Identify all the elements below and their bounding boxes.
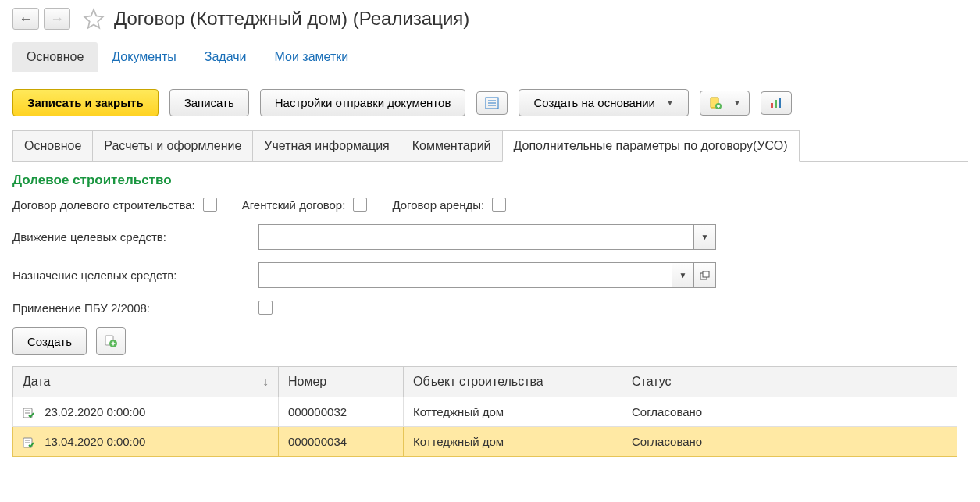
target-movement-label: Движение целевых средств: xyxy=(12,230,251,244)
chevron-down-icon: ▼ xyxy=(666,98,674,107)
forward-button[interactable]: → xyxy=(44,8,70,30)
form-tab-main[interactable]: Основное xyxy=(12,130,93,161)
col-status[interactable]: Статус xyxy=(622,367,957,397)
cell-number: 000000032 xyxy=(279,397,404,427)
pbu-row: Применение ПБУ 2/2008: xyxy=(12,301,968,315)
document-posted-icon xyxy=(23,437,35,448)
sub-toolbar: Создать xyxy=(12,327,968,355)
cell-date: 23.02.2020 0:00:00 xyxy=(45,405,145,418)
sort-down-icon: ↓ xyxy=(262,375,269,389)
svg-rect-10 xyxy=(703,271,709,277)
rent-contract-checkbox[interactable] xyxy=(492,198,506,212)
cell-status: Согласовано xyxy=(622,397,957,427)
target-purpose-dropdown[interactable]: ▼ xyxy=(672,262,694,288)
list-view-button[interactable] xyxy=(476,91,508,115)
target-purpose-input[interactable] xyxy=(258,262,672,288)
nav-tab-notes[interactable]: Мои заметки xyxy=(261,42,363,72)
svg-rect-8 xyxy=(779,98,781,108)
copy-add-icon xyxy=(104,334,118,348)
attach-button[interactable]: ▼ xyxy=(700,91,750,116)
nav-tabs: Основное Документы Задачи Мои заметки xyxy=(12,42,968,72)
cell-date: 13.04.2020 0:00:00 xyxy=(45,435,145,448)
agent-contract-checkbox[interactable] xyxy=(353,198,367,212)
chevron-down-icon: ▼ xyxy=(733,98,741,107)
nav-tab-tasks[interactable]: Задачи xyxy=(191,42,261,72)
create-based-on-button[interactable]: Создать на основании ▼ xyxy=(519,89,689,116)
target-purpose-row: Назначение целевых средств: ▼ xyxy=(12,262,968,288)
table-header-row: Дата↓ Номер Объект строительства Статус xyxy=(13,367,957,397)
shared-construction-checkbox[interactable] xyxy=(203,198,217,212)
create-based-on-label: Создать на основании xyxy=(533,96,655,109)
send-settings-button[interactable]: Настройки отправки документов xyxy=(260,89,466,116)
attachment-icon xyxy=(708,96,722,110)
pbu-label: Применение ПБУ 2/2008: xyxy=(12,301,251,315)
target-purpose-label: Назначение целевых средств: xyxy=(12,269,251,282)
cell-status: Согласовано xyxy=(622,427,957,457)
form-tab-comment[interactable]: Комментарий xyxy=(401,130,503,161)
open-icon xyxy=(700,271,710,280)
col-object[interactable]: Объект строительства xyxy=(404,367,622,397)
form-tab-extra[interactable]: Дополнительные параметры по договору(УСО… xyxy=(502,130,800,162)
favorite-star-icon[interactable] xyxy=(83,8,105,30)
report-button[interactable] xyxy=(761,91,792,115)
agent-contract-label: Агентский договор: xyxy=(242,198,346,212)
toolbar: Записать и закрыть Записать Настройки от… xyxy=(12,89,968,116)
save-button[interactable]: Записать xyxy=(169,89,249,116)
create-button[interactable]: Создать xyxy=(12,327,87,355)
back-button[interactable]: ← xyxy=(12,8,39,30)
form-tabs: Основное Расчеты и оформление Учетная ин… xyxy=(12,130,968,162)
table-row[interactable]: 23.02.2020 0:00:00 000000032 Коттеджный … xyxy=(13,397,957,427)
chart-icon xyxy=(769,97,783,109)
col-date-label: Дата xyxy=(23,375,50,388)
save-close-button[interactable]: Записать и закрыть xyxy=(12,89,159,116)
cell-object: Коттеджный дом xyxy=(404,427,622,457)
document-posted-icon xyxy=(23,408,35,418)
nav-tab-main[interactable]: Основное xyxy=(12,42,98,72)
svg-rect-7 xyxy=(775,100,777,108)
target-purpose-open[interactable] xyxy=(694,262,716,288)
checkbox-row: Договор долевого строительства: Агентски… xyxy=(12,198,968,212)
section-title: Долевое строительство xyxy=(12,173,968,188)
header-bar: ← → Договор (Коттеджный дом) (Реализация… xyxy=(12,8,968,30)
target-movement-row: Движение целевых средств: ▼ xyxy=(12,224,968,250)
col-date[interactable]: Дата↓ xyxy=(13,367,279,397)
col-number[interactable]: Номер xyxy=(279,367,404,397)
cell-object: Коттеджный дом xyxy=(404,397,622,427)
page-title: Договор (Коттеджный дом) (Реализация) xyxy=(114,8,469,30)
nav-tab-documents[interactable]: Документы xyxy=(98,42,190,72)
cell-number: 000000034 xyxy=(279,427,404,457)
list-icon xyxy=(485,97,499,109)
copy-button[interactable] xyxy=(96,327,126,355)
target-movement-dropdown[interactable]: ▼ xyxy=(694,224,716,250)
svg-rect-6 xyxy=(771,103,773,108)
table-row[interactable]: 13.04.2020 0:00:00 000000034 Коттеджный … xyxy=(13,427,957,457)
shared-construction-label: Договор долевого строительства: xyxy=(12,198,195,212)
rent-contract-label: Договор аренды: xyxy=(392,198,484,212)
form-tab-calc[interactable]: Расчеты и оформление xyxy=(92,130,253,161)
pbu-checkbox[interactable] xyxy=(258,301,273,315)
form-tab-account[interactable]: Учетная информация xyxy=(252,130,401,161)
target-movement-input[interactable] xyxy=(258,224,694,250)
documents-table: Дата↓ Номер Объект строительства Статус … xyxy=(12,366,957,457)
